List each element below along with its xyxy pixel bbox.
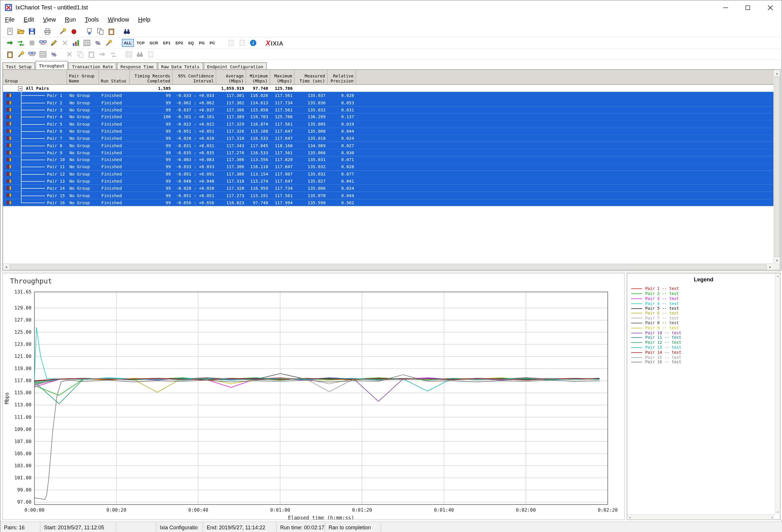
column-header-maximum-mbps[interactable]: Maximum(Mbps) xyxy=(270,70,294,84)
legend-entry-pair-14-test[interactable]: Pair 14 -- test xyxy=(631,350,773,355)
add-pair-button[interactable] xyxy=(38,38,48,48)
legend-scroll-left-arrow[interactable]: ◄ xyxy=(627,515,632,519)
table-row-pair-1[interactable]: Pair 1No GroupFinished99-0.033 : +0.0331… xyxy=(3,92,774,99)
legend-entry-pair-1-test[interactable]: Pair 1 -- test xyxy=(631,287,773,292)
legend-entry-pair-9-test[interactable]: Pair 9 -- test xyxy=(631,326,773,331)
stop-run-button[interactable] xyxy=(27,38,37,48)
scroll-down-arrow[interactable]: ▼ xyxy=(774,257,780,264)
vertical-scroll-thumb[interactable] xyxy=(775,76,780,257)
legend-entry-pair-2-test[interactable]: Pair 2 -- test xyxy=(631,292,773,297)
legend-horizontal-scrollbar[interactable]: ◄ ► xyxy=(627,515,775,520)
column-header-pair-group-name[interactable]: Pair GroupName xyxy=(67,70,99,84)
legend-entry-pair-7-test[interactable]: Pair 7 -- test xyxy=(631,316,773,321)
open-test-button[interactable] xyxy=(16,26,26,36)
replay-test-button[interactable] xyxy=(16,38,26,48)
info-button[interactable]: i xyxy=(248,38,258,48)
column-header-run-status[interactable]: Run Status xyxy=(99,70,130,84)
table-row-pair-14[interactable]: Pair 14No GroupFinished99-0.028 : +0.028… xyxy=(3,185,774,192)
legend-entry-pair-6-test[interactable]: Pair 6 -- test xyxy=(631,311,773,316)
delete-pair-button[interactable] xyxy=(60,38,70,48)
legend-entry-pair-15-test[interactable]: Pair 15 -- test xyxy=(631,355,773,360)
legend-entry-pair-5-test[interactable]: Pair 5 -- test xyxy=(631,306,773,311)
scroll-left-arrow[interactable]: ◄ xyxy=(3,264,9,270)
filter-ep2-button[interactable]: EP2 xyxy=(174,39,185,47)
view-grid-button[interactable] xyxy=(82,38,92,48)
all-pairs-row[interactable]: All Pairs1,5851,859.91997.740125.786 xyxy=(3,85,774,92)
color-grid-button[interactable] xyxy=(38,49,48,59)
table-row-pair-2[interactable]: Pair 2No GroupFinished99-0.062 : +0.0621… xyxy=(3,99,774,106)
column-header-average-mbps[interactable]: Average(Mbps) xyxy=(216,70,246,84)
table-row-pair-6[interactable]: Pair 6No GroupFinished99-0.051 : +0.0511… xyxy=(3,128,774,135)
maximize-button[interactable] xyxy=(737,1,759,14)
menu-file[interactable]: File xyxy=(1,14,19,25)
record-button[interactable] xyxy=(69,26,79,36)
table-row-pair-3[interactable]: Pair 3No GroupFinished99-0.037 : +0.0371… xyxy=(3,106,774,113)
magic-wand-button[interactable] xyxy=(16,49,26,59)
minimize-button[interactable] xyxy=(714,1,737,14)
run-test-button[interactable] xyxy=(5,38,15,48)
legend-scroll-right-arrow[interactable]: ► xyxy=(770,515,775,519)
filter-sq-button[interactable]: SQ xyxy=(186,39,196,47)
table-row-pair-16[interactable]: Pair 16No GroupFinished99-0.656 : +0.656… xyxy=(3,199,774,206)
legend-scroll-up-arrow[interactable]: ▲ xyxy=(776,273,780,278)
table-vertical-scrollbar[interactable]: ▲ ▼ xyxy=(774,70,780,263)
undo-button[interactable] xyxy=(97,49,107,59)
tab-throughput[interactable]: Throughput xyxy=(35,61,68,70)
legend-entry-pair-13-test[interactable]: Pair 13 -- test xyxy=(631,345,773,350)
save-test-button[interactable] xyxy=(27,26,37,36)
table-row-pair-10[interactable]: Pair 10No GroupFinished99-0.083 : +0.083… xyxy=(3,156,774,163)
menu-help[interactable]: Help xyxy=(134,14,155,25)
column-header-measured-time-sec[interactable]: MeasuredTime (sec) xyxy=(294,70,327,84)
menu-tools[interactable]: Tools xyxy=(80,14,104,25)
table-row-pair-12[interactable]: Pair 12No GroupFinished99-0.091 : +0.091… xyxy=(3,170,774,178)
filter-ep1-button[interactable]: EP1 xyxy=(161,39,172,47)
comment-button[interactable] xyxy=(226,38,236,48)
table-row-pair-5[interactable]: Pair 5No GroupFinished99-0.022 : +0.0221… xyxy=(3,121,774,128)
paste-button[interactable] xyxy=(106,26,116,36)
resize-columns-button[interactable] xyxy=(124,49,134,59)
refresh-results-button[interactable] xyxy=(237,38,247,48)
menu-window[interactable]: Window xyxy=(103,14,133,25)
scroll-up-arrow[interactable]: ▲ xyxy=(774,70,780,76)
edit-run-options-button[interactable] xyxy=(58,26,68,36)
table-row-pair-8[interactable]: Pair 8No GroupFinished99-0.031 : +0.0311… xyxy=(3,142,774,149)
group-pairs-button[interactable] xyxy=(27,49,37,59)
legend-entry-pair-11-test[interactable]: Pair 11 -- test xyxy=(631,336,773,340)
legend-entry-pair-16-test[interactable]: Pair 16 -- test xyxy=(631,360,773,365)
horizontal-scroll-thumb[interactable] xyxy=(9,265,767,270)
filter-pg-button[interactable]: PG xyxy=(197,39,207,47)
legend-entry-pair-8-test[interactable]: Pair 8 -- test xyxy=(631,321,773,326)
copy-button[interactable] xyxy=(95,26,105,36)
legend-vertical-scrollbar[interactable]: ▲ ▼ xyxy=(775,273,780,514)
cut-button[interactable] xyxy=(65,49,75,59)
paste-pair-button[interactable] xyxy=(86,49,97,59)
column-header-95-confidence-interval[interactable]: 95% ConfidenceInterval xyxy=(173,70,216,84)
zoom-results-button[interactable] xyxy=(135,49,145,59)
pane-splitter[interactable] xyxy=(1,270,782,273)
legend-scroll-down-arrow[interactable]: ▼ xyxy=(776,509,780,515)
table-row-pair-13[interactable]: Pair 13No GroupFinished99-0.048 : +0.048… xyxy=(3,178,774,185)
collapse-expand-icon[interactable] xyxy=(18,86,23,90)
menu-run[interactable]: Run xyxy=(60,14,80,25)
legend-entry-pair-12-test[interactable]: Pair 12 -- test xyxy=(631,340,773,345)
paste-special-button[interactable] xyxy=(5,49,15,59)
percent-view-button[interactable]: % xyxy=(49,49,59,59)
filter-scr-button[interactable]: SCR xyxy=(148,39,160,47)
edit-pair-button[interactable] xyxy=(49,38,59,48)
new-test-button[interactable] xyxy=(5,26,15,36)
test-options-button[interactable] xyxy=(104,38,114,48)
swap-endpoints-button[interactable] xyxy=(108,49,118,59)
filter-tcp-button[interactable]: TCP xyxy=(135,39,147,47)
scroll-right-arrow[interactable]: ► xyxy=(767,264,774,270)
legend-entry-pair-3-test[interactable]: Pair 3 -- test xyxy=(631,296,773,301)
view-percent-button[interactable]: % xyxy=(93,38,103,48)
menu-edit[interactable]: Edit xyxy=(19,14,38,25)
legend-entry-pair-4-test[interactable]: Pair 4 -- test xyxy=(631,301,773,306)
column-header-timing-records-completed[interactable]: Timing RecordsCompleted xyxy=(130,70,173,84)
table-row-pair-15[interactable]: Pair 15No GroupFinished99-0.051 : +0.051… xyxy=(3,192,774,199)
table-row-pair-4[interactable]: Pair 4No GroupFinished100-0.161 : +0.161… xyxy=(3,113,774,121)
find-button[interactable] xyxy=(122,26,132,36)
column-header-group[interactable]: Group xyxy=(3,70,67,84)
column-header-relative-precision[interactable]: RelativePrecision xyxy=(328,70,356,84)
filter-all-button[interactable]: ALL xyxy=(122,39,134,47)
